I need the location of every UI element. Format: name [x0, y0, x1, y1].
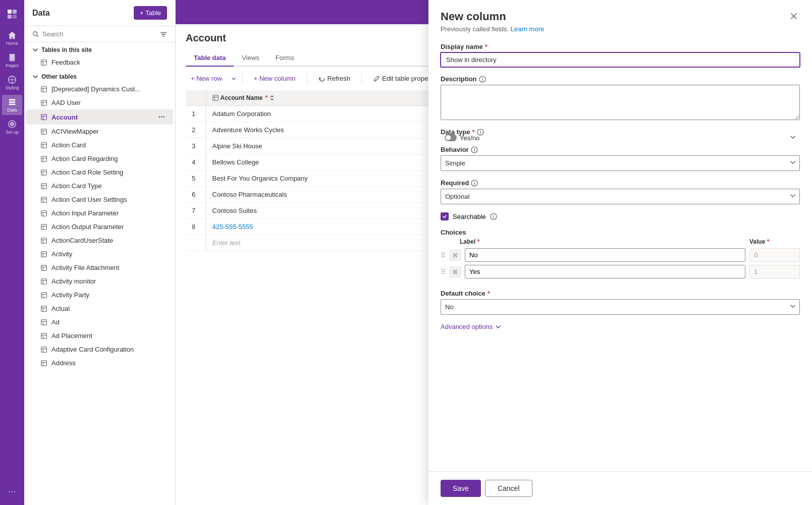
panel-close-button[interactable]	[788, 10, 800, 22]
table-icon	[40, 278, 47, 285]
svg-rect-30	[41, 306, 47, 311]
sidebar-header: Data + Table	[24, 0, 175, 26]
search-input[interactable]	[42, 30, 157, 38]
sidebar-item-action-output-parameter[interactable]: Action Output Parameter	[26, 220, 173, 234]
refresh-button[interactable]: Refresh	[313, 72, 356, 85]
add-table-button[interactable]: + Table	[134, 6, 167, 20]
learn-more-link[interactable]: Learn more	[511, 25, 544, 33]
tab-table-data[interactable]: Table data	[186, 50, 234, 67]
cancel-button[interactable]: Cancel	[485, 480, 532, 497]
choices-value-header: Value *	[749, 238, 800, 245]
choice-label-input-no[interactable]	[465, 248, 745, 262]
svg-rect-23	[41, 210, 47, 216]
table-icon	[40, 155, 47, 162]
table-icon	[40, 86, 47, 93]
behavior-group: Behavior Simple Time zone independent Us…	[441, 146, 800, 171]
nav-item-styling[interactable]: Styling	[2, 73, 22, 93]
required-label: Required	[441, 179, 800, 187]
data-type-info-icon	[477, 129, 484, 136]
sidebar-item-action-card-type[interactable]: Action Card Type	[26, 179, 173, 193]
svg-rect-20	[41, 170, 47, 175]
table-icon	[40, 264, 47, 271]
svg-rect-36	[212, 95, 218, 100]
sidebar-title: Data	[32, 9, 50, 18]
description-input[interactable]	[441, 85, 800, 120]
choice-value-input-no[interactable]	[749, 248, 800, 262]
drag-handle-icon[interactable]: ⠿	[441, 251, 446, 259]
sidebar-item-adaptive-card-config[interactable]: Adaptive Card Configuration	[26, 343, 173, 356]
table-icon	[40, 305, 47, 312]
choices-section: Choices Label * Value * ⠿	[441, 229, 800, 282]
searchable-checkbox[interactable]	[441, 212, 449, 220]
sidebar-item-actual[interactable]: Actual	[26, 302, 173, 315]
tab-views[interactable]: Views	[234, 50, 267, 67]
tables-in-site-section[interactable]: Tables in this site	[24, 42, 175, 55]
toolbar-separator	[242, 74, 243, 84]
behavior-label: Behavior	[441, 146, 800, 153]
choice-label-input-yes[interactable]	[465, 265, 745, 278]
sidebar-item-activity-file-attachment[interactable]: Activity File Attachment	[26, 261, 173, 274]
panel-header: New column Previously called fields. Lea…	[428, 0, 812, 33]
drag-handle-icon[interactable]: ⠿	[441, 268, 446, 276]
table-icon	[40, 332, 47, 340]
sidebar-item-activity-party[interactable]: Activity Party	[26, 288, 173, 302]
default-choice-group: Default choice * No Yes	[441, 290, 800, 315]
sidebar-item-aciviewmapper[interactable]: ACIViewMapper	[26, 125, 173, 138]
display-name-input[interactable]	[441, 52, 800, 67]
choice-color-icon-yes[interactable]	[450, 266, 461, 277]
advanced-options-button[interactable]: Advanced options	[441, 323, 800, 330]
nav-item-setup[interactable]: Set up	[2, 117, 22, 137]
tab-forms[interactable]: Forms	[267, 50, 302, 67]
svg-rect-9	[9, 99, 16, 101]
svg-rect-26	[41, 251, 47, 257]
item-more-icon[interactable]: ···	[158, 113, 165, 122]
sidebar-item-activity-monitor[interactable]: Activity monitor	[26, 274, 173, 288]
save-button[interactable]: Save	[441, 480, 481, 497]
sidebar-item-activity[interactable]: Activity	[26, 247, 173, 261]
sidebar-item-feedback[interactable]: Feedback	[26, 55, 173, 69]
nav-more-button[interactable]: ···	[8, 486, 16, 497]
sidebar-item-action-input-parameter[interactable]: Action Input Parameter	[26, 206, 173, 220]
panel-title-group: New column Previously called fields. Lea…	[441, 10, 544, 33]
sidebar-item-action-card-role-setting[interactable]: Action Card Role Setting	[26, 165, 173, 179]
choice-row-no: ⠿	[441, 248, 800, 262]
sidebar-item-address[interactable]: Address	[26, 356, 173, 370]
new-column-button[interactable]: + New column	[249, 72, 301, 85]
svg-rect-11	[9, 104, 16, 105]
sidebar-item-ad-placement[interactable]: Ad Placement	[26, 329, 173, 343]
required-select-wrap: Optional Business required Business reco…	[441, 189, 800, 204]
sidebar-item-actioncarduserstate[interactable]: ActionCardUserState	[26, 234, 173, 247]
choice-color-icon-no[interactable]	[450, 250, 461, 261]
panel-subtitle: Previously called fields. Learn more	[441, 25, 544, 33]
nav-item-home[interactable]: Home	[2, 28, 22, 48]
toolbar-separator	[307, 74, 307, 84]
sidebar-item-account[interactable]: Account ···	[26, 109, 173, 125]
choice-value-input-yes[interactable]	[749, 265, 800, 278]
sidebar-item-aad-user[interactable]: AAD User	[26, 96, 173, 109]
sidebar-item-action-card-user-settings[interactable]: Action Card User Settings	[26, 193, 173, 206]
sidebar-item-ad[interactable]: Ad	[26, 315, 173, 329]
nav-item-data[interactable]: Data	[2, 95, 22, 115]
new-row-chevron-icon[interactable]	[231, 76, 236, 81]
nav-item-pages[interactable]: Pages	[2, 50, 22, 71]
svg-rect-19	[41, 156, 47, 161]
new-row-button[interactable]: + New row	[186, 72, 227, 85]
sidebar-search-bar	[24, 26, 175, 42]
description-info-icon	[479, 76, 486, 83]
default-choice-select[interactable]: No Yes	[441, 299, 800, 315]
other-tables-section[interactable]: Other tables	[24, 69, 175, 82]
sidebar-item-action-card[interactable]: Action Card	[26, 138, 173, 152]
filter-icon[interactable]	[160, 31, 167, 38]
svg-rect-24	[41, 224, 47, 230]
choices-label: Choices	[441, 229, 800, 236]
sidebar-item-deprecated[interactable]: [Deprecated] Dynamics Cust...	[26, 82, 173, 96]
behavior-select[interactable]: Simple Time zone independent User local	[441, 155, 800, 171]
svg-rect-31	[41, 319, 47, 325]
searchable-label: Searchable	[453, 213, 486, 220]
searchable-info-icon	[490, 213, 497, 220]
sidebar-item-action-card-regarding[interactable]: Action Card Regarding	[26, 152, 173, 165]
required-select[interactable]: Optional Business required Business reco…	[441, 189, 800, 204]
table-icon	[40, 114, 47, 121]
description-group: Description	[441, 75, 800, 120]
panel-footer: Save Cancel	[428, 471, 812, 505]
